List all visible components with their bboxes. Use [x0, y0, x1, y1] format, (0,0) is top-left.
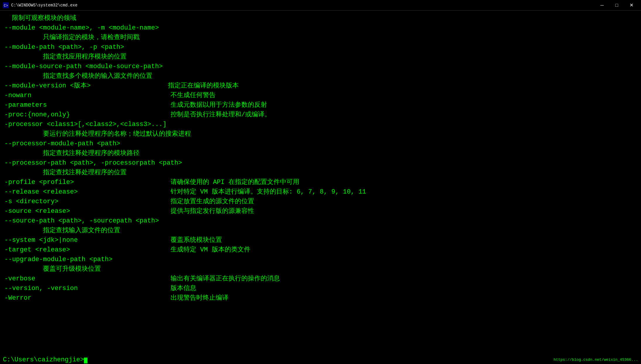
window-title: C:\WINDOWS\system32\cmd.exe — [11, 3, 595, 8]
cursor — [84, 358, 87, 363]
footer-link[interactable]: https://blog.csdn.net/weixin_45366... — [554, 358, 638, 362]
terminal-line: 只编译指定的模块，请检查时间戳 — [4, 33, 637, 42]
cmd-window: C> C:\WINDOWS\system32\cmd.exe ─ □ ✕ 限制可… — [0, 0, 641, 364]
terminal-line: 指定查找注释处理程序的位置 — [4, 168, 637, 177]
terminal-line: 指定查找应用程序模块的位置 — [4, 52, 637, 62]
terminal-line: --source-path <path>, -sourcepath <path> — [4, 216, 637, 226]
terminal-line: -processor <class1>[,<class2>,<class3>..… — [4, 120, 637, 129]
terminal-line: --upgrade-module-path <path> — [4, 255, 637, 264]
close-button[interactable]: ✕ — [625, 0, 638, 11]
terminal-line: --module-path <path>, -p <path> — [4, 42, 637, 52]
terminal-line: -proc:{none,only} 控制是否执行注释处理和/或编译。 — [4, 110, 637, 120]
terminal-line: -profile <profile> 请确保使用的 API 在指定的配置文件中可… — [4, 177, 637, 187]
terminal-line: --processor-module-path <path> — [4, 139, 637, 149]
terminal-line: --module-version <版本> 指定正在编译的模块版本 — [4, 81, 637, 91]
terminal-line: -parameters 生成元数据以用于方法参数的反射 — [4, 100, 637, 110]
terminal-line: -Werror 出现警告时终止编译 — [4, 293, 637, 303]
terminal-line: 限制可观察模块的领域 — [4, 13, 637, 23]
terminal-line: --version, -version 版本信息 — [4, 284, 637, 293]
terminal-line: --processor-path <path>, -processorpath … — [4, 158, 637, 168]
terminal-line: -verbose 输出有关编译器正在执行的操作的消息 — [4, 274, 637, 284]
bottom-bar: C:\Users\caizhengjie> https://blog.csdn.… — [0, 355, 641, 364]
minimize-button[interactable]: ─ — [595, 0, 609, 11]
terminal-line: 指定查找注释处理程序的模块路径 — [4, 149, 637, 158]
title-bar: C> C:\WINDOWS\system32\cmd.exe ─ □ ✕ — [0, 0, 641, 11]
svg-text:C>: C> — [4, 4, 8, 8]
prompt-text: C:\Users\caizhengjie> — [3, 356, 84, 363]
window-controls: ─ □ ✕ — [595, 0, 638, 11]
terminal-line: 指定查找多个模块的输入源文件的位置 — [4, 71, 637, 81]
terminal-body[interactable]: 限制可观察模块的领域--module <module-name>, -m <mo… — [0, 11, 641, 355]
terminal-line: 覆盖可升级模块位置 — [4, 264, 637, 274]
terminal-line: 指定查找输入源文件的位置 — [4, 226, 637, 235]
terminal-line: 要运行的注释处理程序的名称；绕过默认的搜索进程 — [4, 129, 637, 139]
terminal-line: --release <release> 针对特定 VM 版本进行编译。支持的目标… — [4, 187, 637, 197]
prompt-line: C:\Users\caizhengjie> — [3, 356, 87, 363]
terminal-line: --module-source-path <module-source-path… — [4, 62, 637, 71]
terminal-line: -target <release> 生成特定 VM 版本的类文件 — [4, 245, 637, 255]
terminal-line: --module <module-name>, -m <module-name> — [4, 23, 637, 33]
terminal-line: -source <release> 提供与指定发行版的源兼容性 — [4, 206, 637, 216]
cmd-icon: C> — [3, 2, 9, 8]
terminal-line: --system <jdk>|none 覆盖系统模块位置 — [4, 235, 637, 245]
maximize-button[interactable]: □ — [610, 0, 623, 11]
terminal-line: -s <directory> 指定放置生成的源文件的位置 — [4, 197, 637, 206]
terminal-line: -nowarn 不生成任何警告 — [4, 91, 637, 100]
